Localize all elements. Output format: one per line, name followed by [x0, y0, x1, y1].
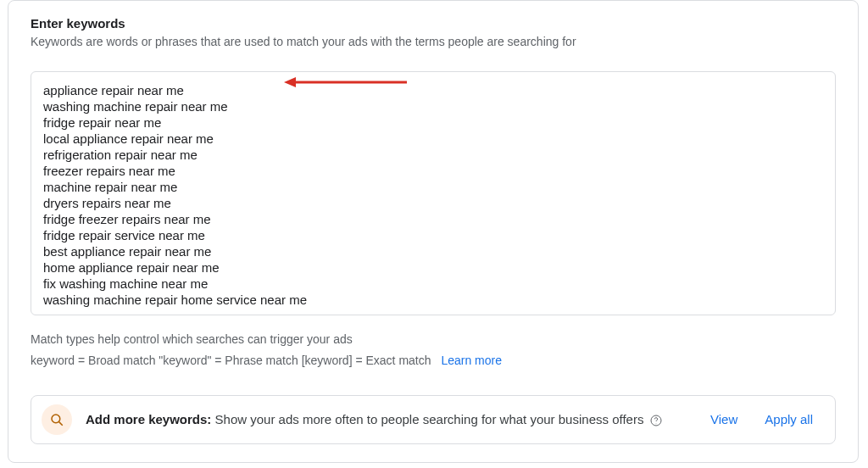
svg-point-5 [655, 423, 656, 424]
learn-more-link[interactable]: Learn more [441, 354, 502, 367]
search-icon [49, 412, 64, 427]
add-more-bold-prefix: Add more keywords: [86, 412, 211, 426]
apply-all-button[interactable]: Apply all [758, 407, 820, 432]
search-icon-badge [42, 404, 72, 435]
keywords-textarea[interactable] [31, 71, 836, 315]
match-types-legend: keyword = Broad match "keyword" = Phrase… [31, 354, 431, 367]
help-icon[interactable] [649, 414, 663, 427]
section-subtitle: Keywords are words or phrases that are u… [31, 34, 836, 51]
add-more-body: Show your ads more often to people searc… [211, 412, 647, 426]
match-types-help-line1: Match types help control which searches … [31, 331, 836, 348]
add-more-text: Add more keywords: Show your ads more of… [86, 410, 690, 429]
match-types-help-line2: keyword = Broad match "keyword" = Phrase… [31, 352, 836, 370]
add-more-keywords-panel: Add more keywords: Show your ads more of… [31, 395, 836, 444]
keywords-card: Enter keywords Keywords are words or phr… [8, 0, 859, 463]
svg-line-3 [59, 421, 63, 425]
section-title: Enter keywords [31, 16, 836, 31]
svg-point-2 [52, 415, 60, 423]
view-button[interactable]: View [704, 407, 744, 432]
